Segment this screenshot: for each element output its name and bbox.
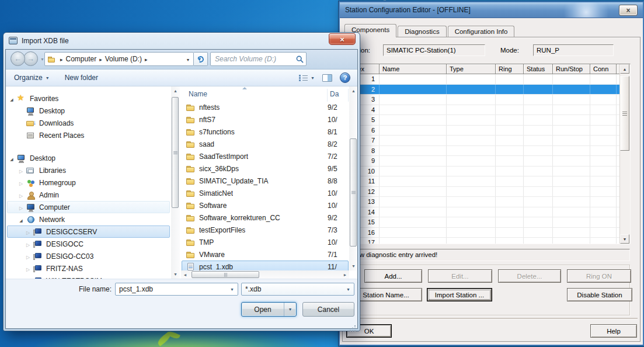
preview-pane-icon[interactable] bbox=[322, 74, 332, 82]
sidebar-tree-item[interactable]: Downloads bbox=[7, 117, 170, 129]
change-view-button[interactable]: ▼ bbox=[299, 74, 315, 81]
scroll-up-icon[interactable]: ▲ bbox=[620, 64, 629, 74]
table-row[interactable]: 17 bbox=[346, 238, 621, 244]
sidebar-tree-item[interactable]: Libraries bbox=[7, 164, 170, 176]
file-type-combobox[interactable]: *.xdb ▼ bbox=[241, 283, 354, 296]
sidebar-scrollbar[interactable]: ▲ ▼ bbox=[171, 86, 180, 279]
sce-tab[interactable]: Diagnostics bbox=[398, 26, 446, 37]
table-row[interactable]: 15 bbox=[346, 217, 621, 228]
expander-icon[interactable] bbox=[18, 216, 24, 224]
scroll-down-icon[interactable]: ▼ bbox=[620, 234, 629, 244]
scroll-left-icon[interactable]: ◄ bbox=[181, 270, 189, 279]
table-row[interactable]: 12 bbox=[346, 187, 621, 197]
sidebar-tree-item[interactable]: DESIGCCSERV bbox=[7, 225, 170, 238]
search-box[interactable] bbox=[210, 52, 307, 66]
expander-icon[interactable] bbox=[9, 154, 15, 162]
breadcrumb[interactable]: Computer Volume (D:) bbox=[44, 52, 194, 66]
column-header[interactable]: Name bbox=[380, 64, 447, 74]
table-row[interactable]: 2 bbox=[346, 85, 621, 95]
new-folder-button[interactable]: New folder bbox=[65, 74, 98, 82]
sce-action-button[interactable]: Ring ON bbox=[567, 269, 631, 283]
table-row[interactable]: 6 bbox=[346, 126, 621, 136]
file-name-combobox[interactable]: ▼ bbox=[115, 283, 238, 296]
expander-icon[interactable] bbox=[18, 203, 24, 211]
expander-icon[interactable] bbox=[18, 191, 24, 199]
help-icon[interactable]: ? bbox=[340, 72, 350, 83]
recent-pages-chevron-icon[interactable]: ▼ bbox=[40, 57, 44, 61]
file-list-item[interactable]: TMP 10/ bbox=[182, 236, 349, 248]
sce-titlebar[interactable]: Station Configuration Editor - [OFFLINE]… bbox=[340, 2, 643, 18]
column-separator[interactable] bbox=[327, 89, 328, 102]
file-list-item[interactable]: saad 8/2 bbox=[182, 138, 349, 150]
open-split-dropdown[interactable]: ▼ bbox=[284, 303, 296, 316]
resize-grip[interactable] bbox=[354, 325, 356, 327]
organize-button[interactable]: Organize ▼ bbox=[14, 74, 50, 82]
sidebar-tree-item[interactable] bbox=[7, 141, 170, 152]
chevron-down-icon[interactable]: ▼ bbox=[230, 287, 234, 292]
table-row[interactable]: 14 bbox=[346, 207, 621, 218]
column-header[interactable]: Ring bbox=[496, 64, 524, 74]
expander-icon[interactable] bbox=[25, 228, 31, 236]
sce-tab[interactable]: Configuration Info bbox=[448, 26, 515, 37]
search-input[interactable] bbox=[211, 55, 293, 63]
file-list-item[interactable]: VMware 7/1 bbox=[182, 248, 349, 261]
sidebar-tree-item[interactable]: DESIGOCC bbox=[7, 238, 170, 250]
breadcrumb-dropdown-icon[interactable] bbox=[183, 55, 193, 63]
file-list-horizontal-scrollbar[interactable]: ◄ ► bbox=[181, 270, 349, 279]
help-button[interactable]: Help bbox=[590, 324, 637, 338]
expander-icon[interactable] bbox=[25, 240, 31, 248]
file-list-item[interactable]: Software_korrekturen_CC 9/2 bbox=[182, 211, 349, 224]
table-row[interactable]: 7 bbox=[346, 136, 621, 146]
table-row[interactable]: 5 bbox=[346, 115, 621, 126]
file-list-item[interactable]: SaadTestImport 7/2 bbox=[182, 150, 349, 162]
dialog-close-button[interactable]: × bbox=[329, 33, 356, 45]
table-vertical-scrollbar[interactable]: ▲ ▼ bbox=[619, 64, 630, 244]
sidebar-tree-item[interactable]: Homegroup bbox=[7, 176, 170, 189]
file-list-item[interactable]: pcst_1.xdb 11/ bbox=[182, 261, 349, 270]
column-header[interactable]: Conn bbox=[590, 64, 617, 74]
breadcrumb-item[interactable]: Computer bbox=[57, 55, 96, 63]
sidebar-tree-item[interactable]: Admin bbox=[7, 189, 170, 201]
forward-button[interactable]: → bbox=[23, 51, 38, 66]
expander-icon[interactable] bbox=[18, 179, 24, 187]
table-row[interactable]: 4 bbox=[346, 105, 621, 116]
table-row[interactable]: 11 bbox=[346, 176, 621, 187]
file-list-item[interactable]: s7functions 8/1 bbox=[182, 126, 349, 138]
expander-icon[interactable] bbox=[9, 95, 15, 103]
sidebar-tree-item[interactable]: Favorites bbox=[7, 92, 170, 105]
file-list-vertical-scrollbar[interactable]: ▲ ▼ bbox=[349, 86, 357, 270]
sidebar-tree-item[interactable]: Network bbox=[7, 213, 170, 225]
sidebar-tree-item[interactable]: Recent Places bbox=[7, 129, 170, 141]
sce-close-button[interactable]: × bbox=[619, 5, 638, 16]
sidebar-tree-item[interactable]: DESIGO-CC03 bbox=[7, 250, 170, 262]
table-row[interactable]: 9 bbox=[346, 156, 621, 166]
scroll-down-icon[interactable]: ▼ bbox=[171, 270, 180, 279]
file-list-item[interactable]: testExportFiles 7/3 bbox=[182, 224, 349, 236]
file-name-input[interactable] bbox=[116, 285, 230, 293]
dialog-titlebar[interactable]: Import XDB file × bbox=[4, 33, 360, 49]
date-column-header[interactable]: Da bbox=[330, 90, 339, 98]
table-row[interactable]: 13 bbox=[346, 197, 621, 207]
sidebar-tree-item[interactable]: FRITZ-NAS bbox=[7, 262, 170, 275]
sidebar-tree-item[interactable]: Desktop bbox=[7, 152, 170, 164]
scroll-down-icon[interactable]: ▼ bbox=[349, 262, 357, 270]
file-list-item[interactable]: Software 10/ bbox=[182, 199, 349, 211]
table-row[interactable]: 16 bbox=[346, 228, 621, 238]
breadcrumb-item[interactable]: Volume (D:) bbox=[96, 55, 142, 63]
scroll-up-icon[interactable]: ▲ bbox=[171, 86, 180, 95]
open-button[interactable]: Open ▼ bbox=[241, 302, 297, 317]
file-list-item[interactable]: nftests 9/2 bbox=[182, 101, 349, 113]
name-column-header[interactable]: Name bbox=[189, 90, 207, 98]
table-row[interactable]: 8 bbox=[346, 146, 621, 157]
table-row[interactable]: 10 bbox=[346, 166, 621, 177]
column-header[interactable]: Type bbox=[447, 64, 496, 74]
table-row[interactable]: 3 bbox=[346, 95, 621, 105]
sidebar-tree-item[interactable]: Computer bbox=[7, 201, 170, 213]
file-list-item[interactable]: SimaticNet 10/ bbox=[182, 187, 349, 199]
file-list-item[interactable]: SIMATIC_Update_TIA 8/8 bbox=[182, 175, 349, 187]
scroll-right-icon[interactable]: ► bbox=[341, 270, 349, 279]
scroll-up-icon[interactable]: ▲ bbox=[349, 86, 357, 95]
chevron-down-icon[interactable]: ▼ bbox=[346, 287, 350, 292]
column-header[interactable]: Run/Stop bbox=[553, 64, 590, 74]
scrollbar-thumb[interactable] bbox=[192, 271, 259, 278]
